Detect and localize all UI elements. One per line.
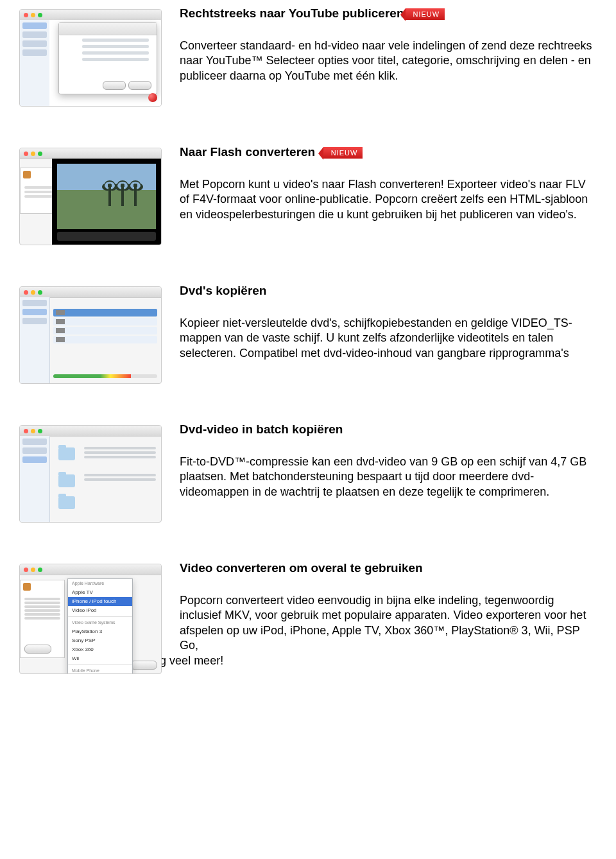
feature-heading: Video converteren om overal te gebruiken	[180, 561, 597, 575]
feature-section: Dvd's kopiëren Kopieer niet-versleutelde…	[0, 277, 616, 416]
feature-body: Kopieer niet-versleutelde dvd's, schijfk…	[180, 316, 597, 361]
feature-heading: Rechtstreeks naar YouTube publicerenNIEU…	[180, 6, 597, 21]
thumbnail-youtube-publish	[19, 9, 160, 107]
new-badge: NIEUW	[323, 147, 363, 159]
feature-heading: Dvd's kopiëren	[180, 284, 597, 298]
feature-body: Converteer standaard- en hd-video naar v…	[180, 39, 597, 83]
feature-section: Dvd-video in batch kopiëren Fit-to-DVD™-…	[0, 416, 616, 555]
thumbnail-flash-convert	[19, 148, 160, 245]
feature-section: Naar Flash converteren NIEUW Met Popcorn…	[0, 139, 616, 277]
feature-section: Rechtstreeks naar YouTube publicerenNIEU…	[0, 0, 616, 139]
feature-heading: Naar Flash converteren NIEUW	[180, 145, 597, 159]
feature-body: Popcorn converteert video eenvoudig in b…	[180, 593, 597, 654]
thumbnail-dvd-copy	[19, 286, 160, 384]
feature-body: Fit-to-DVD™-compressie kan een dvd-video…	[180, 455, 597, 499]
feature-body: Met Popcorn kunt u video's naar Flash co…	[180, 177, 597, 222]
format-menu: Apple Hardware Apple TV iPhone / iPod to…	[67, 578, 133, 674]
feature-heading: Dvd-video in batch kopiëren	[180, 422, 597, 437]
thumbnail-batch-copy	[19, 425, 160, 523]
thumbnail-video-convert: Apple Hardware Apple TV iPhone / iPod to…	[19, 564, 160, 674]
new-badge: NIEUW	[406, 8, 445, 20]
